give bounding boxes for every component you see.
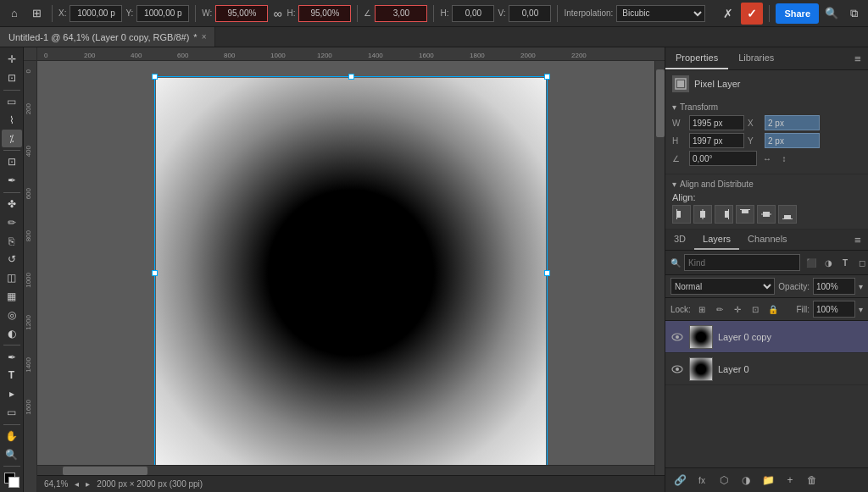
opacity-input[interactable] xyxy=(813,278,855,295)
history-brush-tool[interactable]: ↺ xyxy=(2,251,22,268)
h2-input[interactable] xyxy=(452,5,494,22)
y-input[interactable] xyxy=(136,5,189,22)
tab-close-button[interactable]: × xyxy=(202,32,207,41)
add-layer-mask-button[interactable]: ⬡ xyxy=(715,471,733,489)
create-new-layer-button[interactable]: + xyxy=(781,471,799,489)
magic-wand-tool[interactable]: ⁒ xyxy=(2,130,22,147)
link-wh-button[interactable]: ∞ xyxy=(271,8,283,19)
commit-transform-button[interactable]: ✓ xyxy=(741,3,763,25)
rotate-input[interactable] xyxy=(375,5,427,22)
stamp-tool[interactable]: ⎘ xyxy=(2,232,22,250)
hand-tool[interactable]: ✋ xyxy=(2,427,22,445)
layers-bottom-bar: 🔗 fx ⬡ ◑ 📁 + 🗑 xyxy=(665,467,868,492)
fill-dropdown-button[interactable]: ▾ xyxy=(859,305,863,314)
layer-row[interactable]: Layer 0 xyxy=(665,353,868,385)
layer-visibility-button[interactable] xyxy=(670,362,684,376)
artboard-tool[interactable]: ⊡ xyxy=(2,69,22,87)
v-input[interactable] xyxy=(509,5,551,22)
panel-menu-button[interactable]: ≡ xyxy=(848,48,868,69)
rectangular-marquee-tool[interactable]: ▭ xyxy=(2,93,22,111)
layer-row[interactable]: Layer 0 copy xyxy=(665,321,868,353)
filter-text-button[interactable]: T xyxy=(837,255,853,270)
crop-tool[interactable]: ⊡ xyxy=(2,153,22,171)
y-prop-input[interactable] xyxy=(765,133,820,148)
status-nav-next[interactable]: ▸ xyxy=(86,479,90,489)
tab-3d[interactable]: 3D xyxy=(665,229,694,250)
lock-all-button[interactable]: 🔒 xyxy=(765,301,781,317)
align-right-edge-button[interactable] xyxy=(715,205,733,224)
search-button[interactable]: 🔍 xyxy=(822,4,841,23)
scrollbar-thumb-vertical[interactable] xyxy=(656,69,665,137)
w-input[interactable] xyxy=(215,5,268,22)
filter-shape-button[interactable]: ◻ xyxy=(854,255,868,270)
create-adjustment-layer-button[interactable]: ◑ xyxy=(737,471,755,489)
lasso-tool[interactable]: ⌇ xyxy=(2,111,22,129)
scrollbar-thumb-horizontal[interactable] xyxy=(63,467,147,475)
healing-brush-tool[interactable]: ✤ xyxy=(2,196,22,213)
link-layers-button[interactable]: 🔗 xyxy=(670,471,689,489)
collapse-icon[interactable]: ▾ xyxy=(672,180,676,189)
align-left-edge-button[interactable] xyxy=(672,205,691,224)
blur-tool[interactable]: ◎ xyxy=(2,307,22,324)
opacity-dropdown-button[interactable]: ▾ xyxy=(859,282,863,291)
canvas-image[interactable] xyxy=(156,78,546,467)
dodge-tool[interactable]: ◐ xyxy=(2,324,22,342)
align-horizontal-center-button[interactable] xyxy=(693,205,712,224)
document-tab[interactable]: Untitled-1 @ 64,1% (Layer 0 copy, RGB/8#… xyxy=(0,27,215,47)
move-tool[interactable]: ✛ xyxy=(2,51,22,69)
share-button[interactable]: Share xyxy=(776,3,819,24)
canvas-vertical-scrollbar[interactable] xyxy=(654,61,665,475)
arrange-button[interactable]: ⧉ xyxy=(844,4,863,23)
delete-layer-button[interactable]: 🗑 xyxy=(803,471,821,489)
layers-panel-menu-button[interactable]: ≡ xyxy=(848,229,868,250)
h-input[interactable] xyxy=(298,5,351,22)
create-group-button[interactable]: 📁 xyxy=(759,471,777,489)
x-input[interactable] xyxy=(70,5,122,22)
align-vertical-center-button[interactable] xyxy=(757,205,776,224)
transform-icon-btn[interactable]: ⊞ xyxy=(27,4,46,23)
lock-transparent-pixels-button[interactable]: ⊞ xyxy=(694,301,709,317)
w-prop-input[interactable] xyxy=(689,115,744,130)
lock-image-pixels-button[interactable]: ✏ xyxy=(712,301,727,317)
layer-visibility-button[interactable] xyxy=(670,330,684,344)
tab-libraries[interactable]: Libraries xyxy=(728,47,784,69)
lock-position-button[interactable]: ✛ xyxy=(730,301,745,317)
filter-adjustment-button[interactable]: ◑ xyxy=(821,255,836,270)
fill-input[interactable] xyxy=(813,301,855,318)
foreground-background-color[interactable] xyxy=(3,471,21,487)
tab-channels[interactable]: Channels xyxy=(739,229,795,250)
zoom-tool[interactable]: 🔍 xyxy=(2,445,22,463)
x-prop-input[interactable] xyxy=(765,115,820,130)
h-prop-input[interactable] xyxy=(689,133,744,148)
fill-label: Fill: xyxy=(796,305,810,314)
brush-tool[interactable]: ✏ xyxy=(2,213,22,231)
type-tool[interactable]: T xyxy=(2,367,22,384)
shape-tool[interactable]: ▭ xyxy=(2,404,22,422)
home-button[interactable]: ⌂ xyxy=(5,4,24,23)
tab-layers[interactable]: Layers xyxy=(694,229,739,250)
filter-pixel-button[interactable]: ⬛ xyxy=(804,255,819,270)
cancel-transform-button[interactable]: ✗ xyxy=(719,4,737,23)
interpolation-select[interactable]: Bicubic Bilinear Nearest Neighbor xyxy=(616,5,705,22)
layers-search-input[interactable] xyxy=(684,254,800,271)
properties-tabs: Properties Libraries ≡ xyxy=(665,47,868,70)
collapse-icon[interactable]: ▾ xyxy=(672,102,676,112)
canvas-horizontal-scrollbar[interactable] xyxy=(37,465,654,475)
align-top-edge-button[interactable] xyxy=(736,205,754,224)
flip-v-button[interactable]: ↕ xyxy=(777,152,791,165)
align-bottom-edge-button[interactable] xyxy=(778,205,797,224)
gradient-tool[interactable]: ▦ xyxy=(2,288,22,306)
eraser-tool[interactable]: ◫ xyxy=(2,269,22,287)
lock-artboard-button[interactable]: ⊡ xyxy=(748,301,763,317)
tab-properties[interactable]: Properties xyxy=(665,47,728,69)
tool-separator xyxy=(3,90,20,91)
pen-tool[interactable]: ✒ xyxy=(2,348,22,366)
path-selection-tool[interactable]: ▸ xyxy=(2,385,22,403)
blend-mode-select[interactable]: Normal Multiply Screen xyxy=(670,278,775,295)
status-nav-prev[interactable]: ◂ xyxy=(75,479,79,489)
flip-h-button[interactable]: ↔ xyxy=(760,152,774,165)
add-layer-style-button[interactable]: fx xyxy=(693,471,711,489)
separator xyxy=(557,5,558,22)
angle-input[interactable] xyxy=(689,151,757,166)
eyedropper-tool[interactable]: ✒ xyxy=(2,172,22,190)
